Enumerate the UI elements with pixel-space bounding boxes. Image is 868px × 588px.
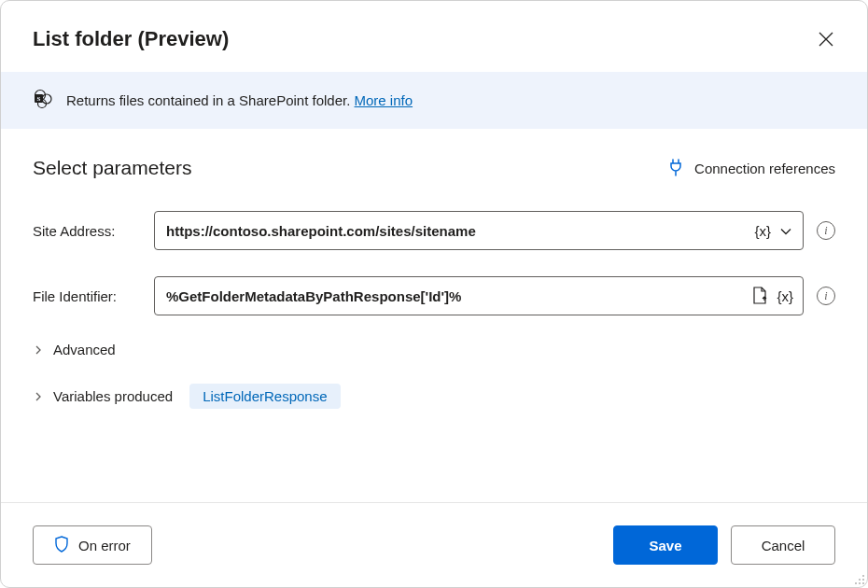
dialog-title: List folder (Preview) — [33, 27, 229, 51]
on-error-label: On error — [78, 538, 131, 553]
variables-produced-label: Variables produced — [53, 388, 173, 404]
shield-icon — [54, 536, 69, 555]
sharepoint-icon: S — [33, 89, 53, 112]
file-identifier-value: %GetFolderMetadataByPathResponse['Id']% — [166, 288, 461, 304]
svg-point-8 — [855, 582, 857, 584]
connection-references-label: Connection references — [694, 161, 835, 176]
svg-text:S: S — [37, 95, 41, 103]
more-info-link[interactable]: More info — [355, 92, 413, 108]
site-address-row: Site Address: https://contoso.sharepoint… — [33, 211, 835, 250]
file-picker-icon[interactable] — [752, 287, 769, 305]
file-identifier-input[interactable]: %GetFolderMetadataByPathResponse['Id']% … — [154, 276, 804, 315]
svg-point-7 — [862, 579, 864, 581]
variable-pill[interactable]: ListFolderResponse — [189, 384, 340, 409]
info-description: Returns files contained in a SharePoint … — [66, 92, 413, 108]
svg-point-6 — [859, 579, 861, 581]
info-bar: S Returns files contained in a SharePoin… — [1, 72, 867, 129]
file-identifier-label: File Identifier: — [33, 288, 154, 304]
file-identifier-input-icons: {x} — [752, 287, 793, 305]
close-button[interactable] — [817, 30, 835, 49]
file-identifier-row: File Identifier: %GetFolderMetadataByPat… — [33, 276, 835, 315]
connection-references-link[interactable]: Connection references — [668, 158, 835, 179]
info-description-text: Returns files contained in a SharePoint … — [66, 92, 355, 108]
params-header-row: Select parameters Connection references — [33, 157, 835, 179]
close-icon — [819, 32, 833, 47]
variables-produced-expander[interactable]: Variables produced ListFolderResponse — [33, 384, 835, 409]
dialog-content: Select parameters Connection references … — [1, 129, 867, 502]
site-address-label: Site Address: — [33, 223, 154, 239]
dialog-footer: On error Save Cancel — [1, 502, 867, 587]
site-address-value: https://contoso.sharepoint.com/sites/sit… — [166, 223, 476, 239]
site-address-input-wrap: https://contoso.sharepoint.com/sites/sit… — [154, 211, 835, 250]
cancel-button[interactable]: Cancel — [731, 525, 835, 565]
site-address-info-icon[interactable]: i — [817, 221, 835, 240]
footer-right: Save Cancel — [613, 525, 835, 565]
on-error-button[interactable]: On error — [33, 525, 152, 565]
chevron-right-icon — [33, 391, 44, 402]
chevron-right-icon — [33, 344, 44, 356]
file-identifier-info-icon[interactable]: i — [817, 287, 835, 305]
svg-point-5 — [862, 575, 864, 577]
resize-grip-icon[interactable] — [852, 572, 865, 585]
save-button[interactable]: Save — [613, 525, 718, 565]
advanced-expander[interactable]: Advanced — [33, 342, 835, 357]
variable-picker-icon[interactable]: {x} — [754, 223, 771, 239]
advanced-label: Advanced — [53, 342, 116, 357]
svg-point-10 — [862, 582, 864, 584]
list-folder-dialog: List folder (Preview) S Returns files co… — [0, 0, 868, 588]
dialog-header: List folder (Preview) — [1, 1, 867, 72]
dropdown-chevron-icon[interactable] — [778, 223, 793, 238]
site-address-input[interactable]: https://contoso.sharepoint.com/sites/sit… — [154, 211, 804, 250]
plug-icon — [668, 158, 683, 179]
file-identifier-input-wrap: %GetFolderMetadataByPathResponse['Id']% … — [154, 276, 835, 315]
site-address-input-icons: {x} — [754, 223, 793, 239]
svg-point-9 — [859, 582, 861, 584]
select-parameters-title: Select parameters — [33, 157, 191, 179]
variable-picker-icon[interactable]: {x} — [777, 288, 793, 304]
